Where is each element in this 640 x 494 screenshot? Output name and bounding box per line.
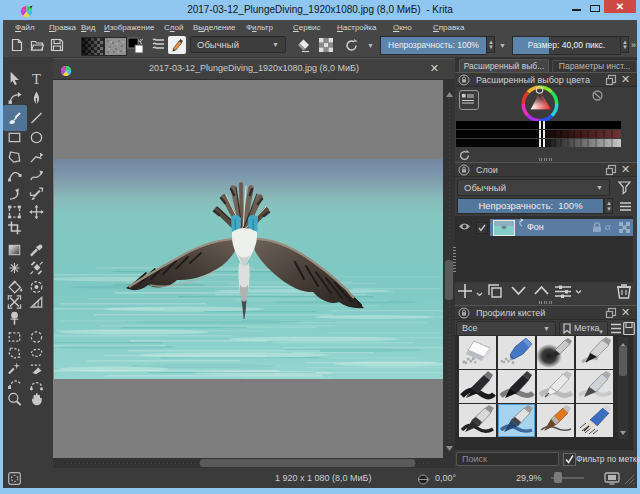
svg-text:T: T — [32, 71, 41, 87]
